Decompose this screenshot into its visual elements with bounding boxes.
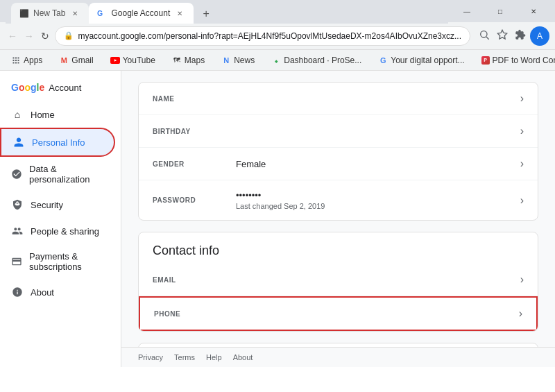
footer-terms[interactable]: Terms (174, 353, 195, 361)
phone-label: PHONE (154, 310, 237, 318)
svg-rect-7 (13, 60, 15, 61)
data-icon (11, 168, 22, 180)
name-label: NAME (153, 95, 236, 103)
youtube-favicon (110, 57, 120, 64)
sidebar-item-personal-info[interactable]: Personal Info (0, 128, 115, 157)
svg-line-2 (486, 37, 489, 40)
url-text: myaccount.google.com/personal-info?rapt=… (78, 31, 461, 41)
search-icon-btn[interactable] (476, 26, 493, 43)
refresh-button[interactable]: ↻ (39, 26, 53, 46)
password-value: •••••••• Last changed Sep 2, 2019 (236, 190, 520, 210)
back-button[interactable]: ← (6, 26, 19, 46)
sidebar-item-about[interactable]: About (0, 279, 115, 305)
title-bar: ⬛ New Tab ✕ G Google Account ✕ + — □ ✕ (0, 0, 555, 22)
star-icon-btn[interactable] (494, 26, 511, 43)
people-icon (11, 225, 24, 237)
svg-rect-4 (13, 57, 15, 58)
sidebar-item-people-label: People & sharing (31, 226, 99, 237)
phone-row[interactable]: PHONE › (139, 296, 538, 331)
tab-new-tab-label: New Tab (33, 8, 65, 18)
bookmark-gmail[interactable]: M Gmail (53, 53, 99, 67)
forward-button[interactable]: → (22, 26, 36, 46)
gender-label: GENDER (153, 160, 236, 168)
contact-info-card: Contact info EMAIL › PHONE › (138, 232, 538, 332)
password-chevron: › (520, 194, 524, 207)
bookmark-maps[interactable]: 🗺 Maps (166, 53, 210, 67)
sidebar-item-people[interactable]: People & sharing (0, 218, 115, 244)
extensions-icon-btn[interactable] (512, 26, 529, 43)
birthday-chevron: › (520, 125, 524, 137)
gmail-favicon: M (59, 56, 69, 65)
new-tab-button[interactable]: + (196, 4, 216, 24)
google-favicon: G (97, 8, 107, 18)
bookmark-youtube[interactable]: YouTube (105, 53, 161, 67)
new-tab-favicon: ⬛ (19, 8, 29, 18)
email-row[interactable]: EMAIL › (139, 264, 538, 296)
lock-icon: 🔒 (64, 31, 74, 40)
birthday-row[interactable]: BIRTHDAY › (139, 115, 538, 147)
svg-point-1 (481, 31, 487, 37)
name-section: NAME › (139, 83, 538, 115)
basic-info-card: NAME › BIRTHDAY › GENDER (138, 82, 538, 221)
about-icon (11, 286, 24, 298)
email-section: EMAIL › (139, 264, 538, 296)
footer-help[interactable]: Help (206, 353, 222, 361)
footer-privacy[interactable]: Privacy (138, 353, 163, 361)
svg-marker-13 (114, 59, 117, 62)
tab-new-tab-close[interactable]: ✕ (69, 8, 80, 19)
tab-google-account-close[interactable]: ✕ (174, 8, 185, 19)
name-row[interactable]: NAME › (139, 83, 538, 114)
gender-chevron: › (520, 157, 524, 170)
contact-info-title: Contact info (139, 232, 538, 264)
sidebar-item-personal-info-label: Personal Info (32, 137, 85, 148)
svg-rect-6 (18, 57, 19, 58)
password-row[interactable]: PASSWORD •••••••• Last changed Sep 2, 20… (139, 180, 538, 220)
content-wrapper: NAME › BIRTHDAY › GENDER (121, 71, 555, 367)
password-label: PASSWORD (153, 196, 236, 204)
apps-favicon (11, 56, 21, 65)
sidebar-item-data-label: Data & personalization (29, 164, 104, 185)
tab-new-tab[interactable]: ⬛ New Tab ✕ (11, 3, 89, 24)
sidebar-item-home[interactable]: ⌂ Home (0, 101, 115, 128)
password-subtext: Last changed Sep 2, 2019 (236, 202, 520, 210)
bookmark-news[interactable]: N News (216, 53, 260, 67)
email-label: EMAIL (153, 276, 236, 284)
minimize-button[interactable]: — (451, 0, 483, 22)
address-input[interactable]: 🔒 myaccount.google.com/personal-info?rap… (55, 26, 470, 46)
tabs-bar: ⬛ New Tab ✕ G Google Account ✕ + (6, 0, 448, 24)
bookmark-apps[interactable]: Apps (6, 53, 48, 67)
google-logo: Google (11, 82, 44, 93)
password-section: PASSWORD •••••••• Last changed Sep 2, 20… (139, 180, 538, 220)
svg-marker-3 (497, 30, 506, 39)
dashboard-favicon: ⬥ (271, 56, 281, 65)
sidebar-item-security[interactable]: Security (0, 191, 115, 218)
bookmark-digital[interactable]: G Your digital opport... (373, 53, 470, 67)
svg-rect-12 (18, 62, 19, 63)
sidebar-account-text: Account (49, 83, 81, 93)
bookmark-pdf-label: PDF to Word Conve... (493, 56, 555, 65)
sidebar: Google Account ⌂ Home Personal Info Data… (0, 71, 121, 367)
sidebar-item-home-label: Home (31, 110, 55, 120)
sidebar-item-payments[interactable]: Payments & subscriptions (0, 244, 115, 279)
svg-rect-10 (13, 62, 15, 63)
sidebar-logo: Google Account (0, 76, 121, 101)
tab-google-account[interactable]: G Google Account ✕ (89, 3, 194, 24)
svg-rect-5 (15, 57, 17, 58)
bookmark-digital-label: Your digital opport... (391, 56, 464, 65)
profile-avatar[interactable]: A (530, 26, 549, 46)
email-chevron: › (520, 273, 524, 286)
bookmark-dashboard[interactable]: ⬥ Dashboard · ProSe... (266, 53, 367, 67)
bookmark-gmail-label: Gmail (71, 56, 93, 65)
bookmark-youtube-label: YouTube (123, 56, 155, 65)
gender-row[interactable]: GENDER Female › (139, 148, 538, 180)
bookmark-pdf[interactable]: P PDF to Word Conve... (476, 53, 555, 67)
content-area: NAME › BIRTHDAY › GENDER (121, 71, 555, 347)
footer-about[interactable]: About (233, 353, 253, 361)
svg-rect-8 (15, 60, 17, 61)
close-button[interactable]: ✕ (518, 0, 549, 22)
maximize-button[interactable]: □ (484, 0, 516, 22)
security-icon (11, 198, 24, 211)
sidebar-item-data[interactable]: Data & personalization (0, 157, 115, 191)
phone-section: PHONE › (139, 296, 538, 331)
sidebar-nav: ⌂ Home Personal Info Data & personalizat… (0, 101, 121, 305)
